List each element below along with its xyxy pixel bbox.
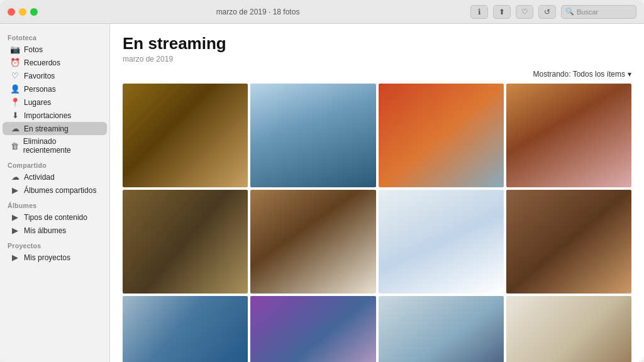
tipos-contenido-icon: ▶ <box>10 212 20 222</box>
photo-cell-2-1[interactable] <box>250 296 375 362</box>
eliminado-icon: 🗑 <box>10 141 19 151</box>
photo-cell-1-1[interactable] <box>250 190 375 293</box>
photo-cell-2-2[interactable] <box>379 296 504 362</box>
sidebar-item-mis-proyectos[interactable]: ▶Mis proyectos <box>3 251 107 264</box>
sidebar: Fototeca📷Fotos⏰Recuerdos♡Favoritos👤Perso… <box>0 24 110 362</box>
sidebar-item-fotos[interactable]: 📷Fotos <box>3 43 107 56</box>
importaciones-icon: ⬇ <box>10 111 20 120</box>
photo-cell-0-0[interactable] <box>123 84 248 187</box>
sidebar-item-lugares[interactable]: 📍Lugares <box>3 96 107 109</box>
window-title: marzo de 2019 · 18 fotos <box>45 8 470 16</box>
photo-cell-1-0[interactable] <box>123 190 248 293</box>
mis-albumes-icon: ▶ <box>10 226 20 235</box>
chevron-down-icon: ▾ <box>628 70 631 79</box>
photo-grid <box>110 81 644 362</box>
sidebar-item-recuerdos[interactable]: ⏰Recuerdos <box>3 56 107 69</box>
sidebar-item-label-streaming: En streaming <box>24 124 69 133</box>
favoritos-icon: ♡ <box>10 71 20 80</box>
minimize-button[interactable] <box>19 8 26 16</box>
rotate-button[interactable]: ↺ <box>538 5 556 19</box>
search-placeholder: Buscar <box>577 8 598 16</box>
sidebar-item-importaciones[interactable]: ⬇Importaciones <box>3 109 107 122</box>
sidebar-item-label-personas: Personas <box>24 85 56 94</box>
sidebar-item-favoritos[interactable]: ♡Favoritos <box>3 69 107 82</box>
filter-label: Mostrando: Todos los ítems <box>533 70 625 79</box>
info-button[interactable]: ℹ <box>470 5 488 19</box>
sidebar-item-label-recuerdos: Recuerdos <box>24 58 60 67</box>
photo-row-0 <box>123 84 631 187</box>
mis-proyectos-icon: ▶ <box>10 253 20 262</box>
sidebar-item-streaming[interactable]: ☁En streaming <box>3 122 107 135</box>
sidebar-item-label-mis-proyectos: Mis proyectos <box>24 253 70 262</box>
photo-cell-0-2[interactable] <box>379 84 504 187</box>
sidebar-item-label-favoritos: Favoritos <box>24 72 55 80</box>
sidebar-item-label-tipos-contenido: Tipos de contenido <box>24 213 87 222</box>
maximize-button[interactable] <box>30 8 38 16</box>
sidebar-item-label-fotos: Fotos <box>24 45 43 54</box>
sidebar-item-actividad[interactable]: ☁Actividad <box>3 170 107 184</box>
share-button[interactable]: ⬆ <box>493 5 511 19</box>
sidebar-item-albumes-compartidos[interactable]: ▶Álbumes compartidos <box>3 184 107 197</box>
photo-cell-2-0[interactable] <box>123 296 248 362</box>
sidebar-item-label-mis-albumes: Mis álbumes <box>24 226 66 235</box>
recuerdos-icon: ⏰ <box>10 58 20 67</box>
filter-dropdown[interactable]: Mostrando: Todos los ítems ▾ <box>533 70 631 79</box>
photo-cell-0-3[interactable] <box>506 84 631 187</box>
sidebar-section-label: Fototeca <box>0 29 109 43</box>
sidebar-item-label-eliminado: Eliminado recientemente <box>23 137 99 155</box>
actividad-icon: ☁ <box>10 172 20 182</box>
close-button[interactable] <box>8 8 15 16</box>
fotos-icon: 📷 <box>10 45 20 54</box>
sidebar-item-tipos-contenido[interactable]: ▶Tipos de contenido <box>3 211 107 224</box>
streaming-icon: ☁ <box>10 124 20 133</box>
sidebar-item-label-albumes-compartidos: Álbumes compartidos <box>24 186 96 195</box>
sidebar-section-label: Compartido <box>0 156 109 170</box>
photo-cell-1-3[interactable] <box>506 190 631 293</box>
sidebar-item-label-importaciones: Importaciones <box>24 111 71 120</box>
app-window: marzo de 2019 · 18 fotos ℹ ⬆ ♡ ↺ 🔍 Busca… <box>0 0 644 362</box>
albumes-compartidos-icon: ▶ <box>10 185 20 195</box>
sidebar-item-label-actividad: Actividad <box>24 173 55 182</box>
photo-cell-0-1[interactable] <box>250 84 375 187</box>
content-header: En streaming marzo de 2019 <box>110 24 644 67</box>
page-subtitle: marzo de 2019 <box>123 55 631 63</box>
content-area: En streaming marzo de 2019 Mostrando: To… <box>110 24 644 362</box>
photo-cell-1-2[interactable] <box>379 190 504 293</box>
page-title: En streaming <box>123 34 631 53</box>
content-toolbar: Mostrando: Todos los ítems ▾ <box>110 67 644 81</box>
sidebar-item-label-lugares: Lugares <box>24 98 51 107</box>
lugares-icon: 📍 <box>10 97 20 107</box>
personas-icon: 👤 <box>10 84 20 94</box>
search-box[interactable]: 🔍 Buscar <box>561 5 636 19</box>
sidebar-section-label: Proyectos <box>0 237 109 251</box>
favorite-button[interactable]: ♡ <box>516 5 533 19</box>
sidebar-item-mis-albumes[interactable]: ▶Mis álbumes <box>3 224 107 237</box>
main-layout: Fototeca📷Fotos⏰Recuerdos♡Favoritos👤Perso… <box>0 24 644 362</box>
sidebar-section-label: Álbumes <box>0 197 109 211</box>
photo-row-1 <box>123 190 631 293</box>
sidebar-item-personas[interactable]: 👤Personas <box>3 82 107 96</box>
photo-cell-2-3[interactable] <box>506 296 631 362</box>
sidebar-item-eliminado[interactable]: 🗑Eliminado recientemente <box>3 135 107 156</box>
photo-row-2 <box>123 296 631 362</box>
titlebar: marzo de 2019 · 18 fotos ℹ ⬆ ♡ ↺ 🔍 Busca… <box>0 0 644 24</box>
search-icon: 🔍 <box>565 8 574 16</box>
titlebar-actions: ℹ ⬆ ♡ ↺ 🔍 Buscar <box>470 5 636 19</box>
traffic-lights <box>8 8 38 16</box>
